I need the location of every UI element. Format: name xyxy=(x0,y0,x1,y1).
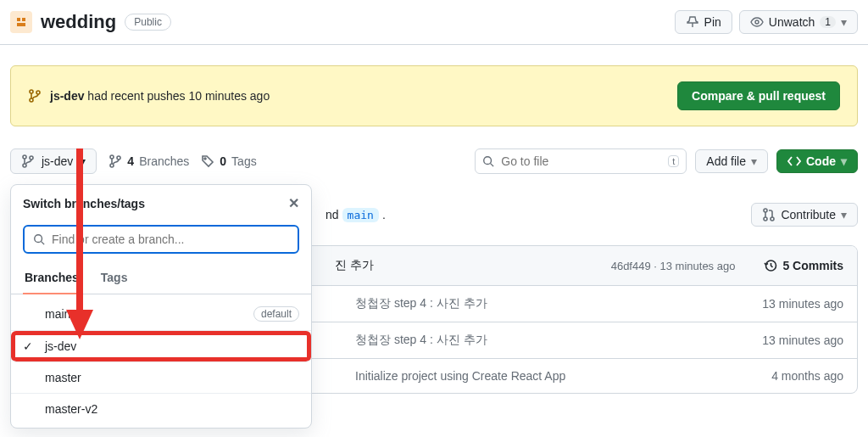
tab-branches[interactable]: Branches xyxy=(23,262,81,294)
pin-button[interactable]: Pin xyxy=(675,10,732,34)
compare-text-suffix: . xyxy=(382,208,386,221)
contribute-button[interactable]: Contribute ▾ xyxy=(751,203,858,227)
owner-icon xyxy=(14,15,28,29)
repo-toolbar: js-dev ▾ 4 Branches 0 Tags t Ad xyxy=(10,148,858,174)
code-button[interactable]: Code ▾ xyxy=(776,149,858,173)
svg-point-11 xyxy=(110,164,114,167)
commit-message[interactable]: 청첩장 step 4 : 사진 추가 xyxy=(355,296,487,311)
caret-down-icon: ▾ xyxy=(841,208,847,221)
pin-icon xyxy=(686,15,699,29)
tags-link[interactable]: 0 Tags xyxy=(201,154,256,168)
contribute-label: Contribute xyxy=(781,208,836,221)
svg-rect-2 xyxy=(17,23,25,26)
commit-time: 13 minutes ago xyxy=(660,260,736,272)
commits-link[interactable]: 5 Commits xyxy=(764,259,843,272)
svg-point-15 xyxy=(35,235,42,243)
svg-point-6 xyxy=(36,91,40,94)
search-icon xyxy=(33,233,45,245)
svg-point-4 xyxy=(30,90,33,93)
close-icon[interactable]: ✕ xyxy=(288,195,299,211)
tag-icon xyxy=(201,154,214,168)
repo-name[interactable]: wedding xyxy=(41,11,116,33)
branch-icon xyxy=(28,89,42,103)
commit-time: 4 months ago xyxy=(771,369,843,383)
caret-down-icon: ▾ xyxy=(841,154,847,168)
branch-item-main[interactable]: main default xyxy=(11,298,311,331)
branches-count: 4 xyxy=(127,154,134,168)
check-icon: ✓ xyxy=(23,339,33,353)
compare-pull-request-button[interactable]: Compare & pull request xyxy=(677,81,840,110)
svg-point-14 xyxy=(484,157,492,165)
unwatch-label: Unwatch xyxy=(769,15,815,29)
svg-point-19 xyxy=(764,217,767,221)
branch-icon xyxy=(21,154,35,168)
svg-point-3 xyxy=(755,20,759,24)
commit-hash[interactable]: 46df449 xyxy=(611,260,651,272)
commit-message[interactable]: Initialize project using Create React Ap… xyxy=(355,369,565,383)
branch-select-button[interactable]: js-dev ▾ xyxy=(10,148,97,174)
tab-tags[interactable]: Tags xyxy=(99,262,130,294)
caret-down-icon: ▾ xyxy=(751,154,757,168)
svg-rect-1 xyxy=(22,18,25,21)
caret-down-icon: ▾ xyxy=(80,154,86,168)
svg-point-10 xyxy=(110,155,114,159)
visibility-badge: Public xyxy=(125,14,171,31)
branch-item-js-dev[interactable]: ✓ js-dev xyxy=(11,331,311,362)
branch-search-input[interactable] xyxy=(52,233,289,246)
svg-rect-0 xyxy=(17,18,20,21)
recent-push-alert: js-dev had recent pushes 10 minutes ago … xyxy=(10,65,858,126)
branch-item-master[interactable]: master xyxy=(11,362,311,394)
commits-count: 5 Commits xyxy=(782,259,843,272)
branch-name: master-v2 xyxy=(45,402,97,416)
branch-search[interactable] xyxy=(23,225,299,254)
watch-count: 1 xyxy=(820,16,836,28)
svg-point-12 xyxy=(117,156,120,160)
svg-point-18 xyxy=(764,209,767,212)
repo-header: wedding Public Pin Unwatch 1 ▾ xyxy=(0,0,868,44)
search-icon xyxy=(482,155,494,167)
eye-icon xyxy=(750,15,764,29)
unwatch-button[interactable]: Unwatch 1 ▾ xyxy=(739,10,858,34)
svg-point-7 xyxy=(23,155,26,159)
svg-point-8 xyxy=(23,164,26,167)
caret-down-icon: ▾ xyxy=(841,15,847,29)
branches-label: Branches xyxy=(139,154,189,168)
branch-name: js-dev xyxy=(45,339,76,353)
base-branch-chip[interactable]: main xyxy=(342,208,379,222)
branch-list: main default ✓ js-dev master master-v2 xyxy=(11,294,311,428)
pull-request-icon xyxy=(762,208,776,221)
branch-icon xyxy=(108,154,122,168)
commit-title: 진 추가 xyxy=(335,258,374,273)
pin-label: Pin xyxy=(704,15,721,29)
svg-point-20 xyxy=(771,217,774,221)
dropdown-title: Switch branches/tags xyxy=(23,197,145,210)
svg-point-9 xyxy=(30,156,33,160)
compare-text-prefix: nd xyxy=(326,208,339,221)
go-to-file-input[interactable]: t xyxy=(475,148,687,174)
branch-dropdown: Switch branches/tags ✕ Branches Tags mai… xyxy=(10,184,312,429)
commit-time: 13 minutes ago xyxy=(762,297,843,311)
code-icon xyxy=(787,154,801,168)
svg-point-5 xyxy=(30,98,33,102)
add-file-button[interactable]: Add file ▾ xyxy=(695,149,768,173)
commit-message[interactable]: 청첩장 step 4 : 사진 추가 xyxy=(355,333,487,348)
commit-time: 13 minutes ago xyxy=(762,333,843,347)
divider xyxy=(0,44,868,45)
kbd-hint: t xyxy=(668,155,679,167)
add-file-label: Add file xyxy=(706,154,746,168)
tags-label: Tags xyxy=(231,154,257,168)
branch-item-master-v2[interactable]: master-v2 xyxy=(11,394,311,424)
default-badge: default xyxy=(253,306,299,322)
current-branch: js-dev xyxy=(42,154,73,168)
branch-name: master xyxy=(45,371,81,384)
code-label: Code xyxy=(806,154,836,168)
repo-avatar xyxy=(10,11,32,33)
branch-name: main xyxy=(45,307,70,321)
go-to-file-field[interactable] xyxy=(501,154,661,168)
history-icon xyxy=(764,259,777,272)
svg-point-13 xyxy=(204,158,206,160)
alert-branch: js-dev xyxy=(50,89,84,103)
tags-count: 0 xyxy=(220,154,226,168)
branches-link[interactable]: 4 Branches xyxy=(108,154,189,168)
alert-message: had recent pushes 10 minutes ago xyxy=(84,89,270,103)
